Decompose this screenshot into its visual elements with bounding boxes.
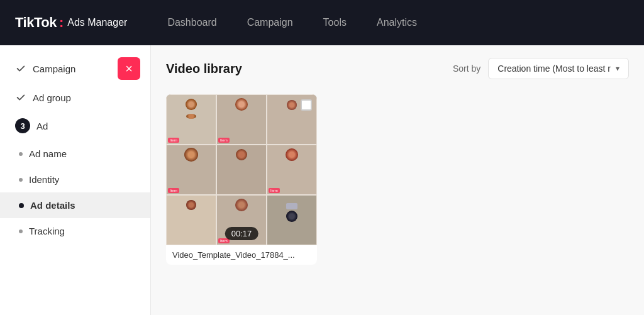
nav-link-tools[interactable]: Tools (323, 17, 347, 28)
sort-value: Creation time (Most to least r (497, 64, 611, 74)
close-button[interactable]: × (118, 57, 140, 80)
logo-subtitle: Ads Manager (67, 17, 127, 28)
sidebar-label-identity: Identity (29, 174, 59, 185)
thumb-grid: Item Item Item (166, 94, 317, 245)
sidebar-label-campaign: Campaign (33, 64, 75, 74)
thumb-overlay-1: Item (168, 138, 179, 143)
sidebar-item-adname[interactable]: Ad name (0, 141, 150, 167)
dot-icon-addetails (19, 203, 24, 208)
thumb-cell-4: Item (166, 145, 216, 195)
nav-link-campaign[interactable]: Campaign (247, 17, 293, 28)
sidebar-label-adname: Ad name (29, 148, 67, 159)
sidebar-item-identity[interactable]: Identity (0, 167, 150, 192)
sort-area: Sort by Creation time (Most to least r ▾ (453, 58, 629, 79)
main-content: Video library Sort by Creation time (Mos… (151, 45, 644, 315)
sidebar-item-adgroup[interactable]: Ad group (0, 84, 150, 111)
thumb-cell-5 (216, 145, 267, 195)
logo-tiktok-text: TikTok (15, 14, 57, 31)
nav-link-dashboard[interactable]: Dashboard (167, 17, 216, 28)
sidebar-label-adgroup: Ad group (33, 92, 71, 103)
sidebar-item-tracking[interactable]: Tracking (0, 218, 150, 244)
check-icon-adgroup (15, 92, 26, 103)
sidebar-campaign-row: Campaign × (0, 55, 150, 82)
top-navigation: TikTok : Ads Manager Dashboard Campaign … (0, 0, 644, 45)
sidebar-item-ad[interactable]: 3 Ad (0, 111, 150, 141)
step-badge-ad: 3 (15, 118, 30, 133)
thumb-cell-6: Item (267, 145, 317, 195)
video-card[interactable]: Item Item Item (166, 94, 317, 265)
thumb-overlay-4: Item (168, 188, 179, 193)
sidebar-label-tracking: Tracking (29, 226, 65, 236)
sort-label: Sort by (453, 64, 480, 74)
thumb-cell-7 (166, 195, 216, 245)
sidebar-item-campaign[interactable]: Campaign (0, 55, 118, 82)
thumb-overlay-6: Item (269, 188, 280, 193)
video-duration-badge: 00:17 (225, 227, 258, 240)
sidebar-label-ad: Ad (36, 121, 48, 131)
dot-icon-identity (19, 178, 23, 182)
video-select-checkbox[interactable] (301, 99, 312, 111)
close-icon: × (125, 62, 133, 75)
sidebar: Campaign × Ad group 3 Ad Ad name Identit (0, 45, 151, 315)
video-thumbnail: Item Item Item (166, 94, 317, 245)
thumb-overlay-2: Item (218, 138, 230, 143)
sidebar-item-addetails[interactable]: Ad details (0, 192, 150, 218)
video-library-header: Video library Sort by Creation time (Mos… (151, 45, 644, 89)
video-grid: Item Item Item (151, 89, 644, 280)
thumb-cell-9 (267, 195, 317, 245)
logo: TikTok : Ads Manager (15, 14, 127, 31)
thumb-cell-2: Item (216, 94, 267, 145)
logo-dot: : (59, 14, 64, 31)
check-icon-campaign (15, 63, 26, 74)
thumb-cell-1: Item (166, 94, 216, 145)
chevron-down-icon: ▾ (616, 64, 619, 73)
nav-link-analytics[interactable]: Analytics (377, 17, 417, 28)
video-library-title: Video library (166, 62, 242, 76)
dot-icon-tracking (19, 229, 23, 233)
video-name: Video_Template_Video_17884_... (166, 245, 317, 265)
nav-links: Dashboard Campaign Tools Analytics (167, 17, 417, 28)
dot-icon-adname (19, 152, 23, 156)
sort-dropdown[interactable]: Creation time (Most to least r ▾ (488, 58, 629, 79)
main-layout: Campaign × Ad group 3 Ad Ad name Identit (0, 45, 644, 315)
sidebar-label-addetails: Ad details (30, 200, 75, 211)
